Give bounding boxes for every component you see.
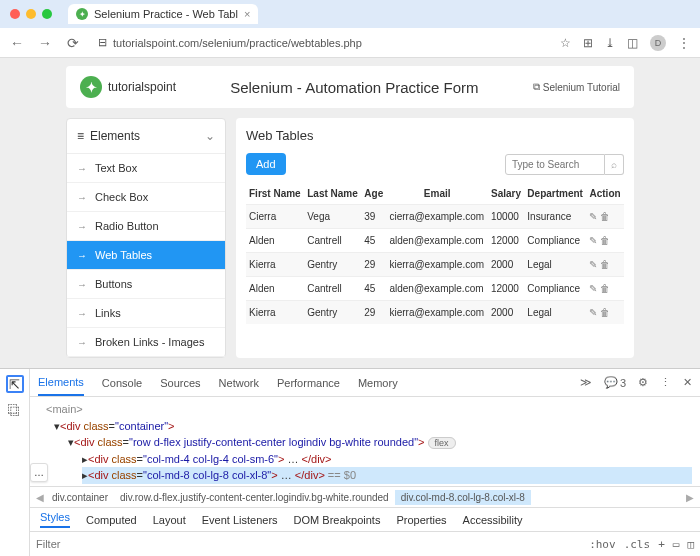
computed-tab[interactable]: Computed — [86, 514, 137, 526]
arrow-right-icon: → — [77, 192, 87, 203]
dombreak-tab[interactable]: DOM Breakpoints — [294, 514, 381, 526]
delete-icon[interactable]: 🗑 — [600, 235, 610, 246]
listeners-tab[interactable]: Event Listeners — [202, 514, 278, 526]
arrow-right-icon: → — [77, 279, 87, 290]
tab-performance[interactable]: Performance — [277, 371, 340, 395]
inspect-icon[interactable]: ⇱ — [6, 375, 24, 393]
col-first: First Name — [246, 183, 304, 205]
sidebar-item-broken[interactable]: →Broken Links - Images — [67, 328, 225, 357]
search-icon: ⌕ — [611, 159, 617, 170]
filter-input[interactable] — [36, 538, 581, 550]
logo-text: tutorialspoint — [108, 80, 176, 94]
tab-sources[interactable]: Sources — [160, 371, 200, 395]
menu-icon[interactable]: ⋮ — [678, 36, 690, 50]
table-row: AldenCantrell45alden@example.com12000Com… — [246, 277, 624, 301]
tab-elements[interactable]: Elements — [38, 370, 84, 396]
external-link-icon: ⧉ — [533, 81, 540, 93]
tutorial-link[interactable]: ⧉ Selenium Tutorial — [533, 81, 620, 93]
more-tabs-icon[interactable]: ≫ — [580, 376, 592, 389]
sidebar-item-radio[interactable]: →Radio Button — [67, 212, 225, 241]
col-salary: Salary — [488, 183, 524, 205]
device-icon[interactable]: ⿻ — [6, 401, 24, 419]
browser-toolbar: ← → ⟳ ⊟ tutorialspoint.com/selenium/prac… — [0, 28, 700, 58]
delete-icon[interactable]: 🗑 — [600, 259, 610, 270]
browser-tab[interactable]: ✦ Selenium Practice - Web Tabl × — [68, 4, 258, 24]
crumb[interactable]: div.row.d-flex.justify-content-center.lo… — [114, 490, 395, 505]
search-button[interactable]: ⌕ — [605, 154, 624, 175]
sidebar-item-checkbox[interactable]: →Check Box — [67, 183, 225, 212]
crumb-right-icon[interactable]: ▶ — [684, 492, 696, 503]
table-row: KierraGentry29kierra@example.com2000Lega… — [246, 301, 624, 325]
menu-icon: ≡ — [77, 129, 84, 143]
page-content: ✦ tutorialspoint Selenium - Automation P… — [0, 58, 700, 368]
new-style-icon[interactable]: + — [658, 538, 665, 551]
sidebar-item-webtables[interactable]: →Web Tables — [67, 241, 225, 270]
table-row: KierraGentry29kierra@example.com2000Lega… — [246, 253, 624, 277]
edit-icon[interactable]: ✎ — [589, 307, 597, 318]
minimize-window-icon[interactable] — [26, 9, 36, 19]
arrow-right-icon: → — [77, 221, 87, 232]
reload-icon[interactable]: ⟳ — [66, 36, 80, 50]
delete-icon[interactable]: 🗑 — [600, 307, 610, 318]
add-button[interactable]: Add — [246, 153, 286, 175]
forward-icon[interactable]: → — [38, 36, 52, 50]
cls-toggle[interactable]: .cls — [624, 538, 651, 551]
overlay-menu[interactable]: … — [30, 463, 48, 482]
crumb[interactable]: div.container — [46, 490, 114, 505]
chevron-down-icon: ⌄ — [205, 129, 215, 143]
styles-tab[interactable]: Styles — [40, 511, 70, 528]
crumb-left-icon[interactable]: ◀ — [34, 492, 46, 503]
download-icon[interactable]: ⤓ — [605, 36, 615, 50]
panel-toggle-icon[interactable]: ◫ — [687, 538, 694, 551]
sidebar-item-textbox[interactable]: →Text Box — [67, 154, 225, 183]
search-input[interactable] — [505, 154, 605, 175]
edit-icon[interactable]: ✎ — [589, 211, 597, 222]
site-info-icon[interactable]: ⊟ — [98, 36, 107, 49]
logo[interactable]: ✦ tutorialspoint — [80, 76, 176, 98]
delete-icon[interactable]: 🗑 — [600, 283, 610, 294]
issues-badge[interactable]: 💬3 — [604, 376, 626, 389]
maximize-window-icon[interactable] — [42, 9, 52, 19]
panel-icon[interactable]: ◫ — [627, 36, 638, 50]
settings-icon[interactable]: ⚙ — [638, 376, 648, 389]
close-icon[interactable]: ✕ — [683, 376, 692, 389]
profile-icon[interactable]: D — [650, 35, 666, 51]
sidebar-item-links[interactable]: →Links — [67, 299, 225, 328]
data-table: First Name Last Name Age Email Salary De… — [246, 183, 624, 324]
props-tab[interactable]: Properties — [396, 514, 446, 526]
extensions-icon[interactable]: ⊞ — [583, 36, 593, 50]
tab-title: Selenium Practice - Web Tabl — [94, 8, 238, 20]
star-icon[interactable]: ☆ — [560, 36, 571, 50]
edit-icon[interactable]: ✎ — [589, 235, 597, 246]
a11y-tab[interactable]: Accessibility — [463, 514, 523, 526]
dom-tree[interactable]: <main> ▾<div class="container"> ▾<div cl… — [30, 397, 700, 486]
delete-icon[interactable]: 🗑 — [600, 211, 610, 222]
traffic-lights — [10, 9, 52, 19]
tab-console[interactable]: Console — [102, 371, 142, 395]
sidebar-header[interactable]: ≡Elements ⌄ — [67, 119, 225, 154]
devtools-tabs: Elements Console Sources Network Perform… — [30, 369, 700, 397]
hov-toggle[interactable]: :hov — [589, 538, 616, 551]
tab-network[interactable]: Network — [219, 371, 259, 395]
close-window-icon[interactable] — [10, 9, 20, 19]
edit-icon[interactable]: ✎ — [589, 259, 597, 270]
table-row: AldenCantrell45alden@example.com12000Com… — [246, 229, 624, 253]
col-email: Email — [386, 183, 488, 205]
edit-icon[interactable]: ✎ — [589, 283, 597, 294]
kebab-icon[interactable]: ⋮ — [660, 376, 671, 389]
layout-icon[interactable]: ▭ — [673, 538, 680, 551]
back-icon[interactable]: ← — [10, 36, 24, 50]
col-age: Age — [361, 183, 386, 205]
main-title: Web Tables — [246, 128, 624, 143]
col-dept: Department — [524, 183, 586, 205]
url-text: tutorialspoint.com/selenium/practice/web… — [113, 37, 362, 49]
sidebar-item-buttons[interactable]: →Buttons — [67, 270, 225, 299]
browser-chrome: ✦ Selenium Practice - Web Tabl × — [0, 0, 700, 28]
main-panel: Web Tables Add ⌕ First Name Last Name Ag… — [236, 118, 634, 358]
url-bar[interactable]: ⊟ tutorialspoint.com/selenium/practice/w… — [94, 32, 546, 53]
tab-memory[interactable]: Memory — [358, 371, 398, 395]
close-tab-icon[interactable]: × — [244, 8, 250, 20]
layout-tab[interactable]: Layout — [153, 514, 186, 526]
crumb-selected[interactable]: div.col-md-8.col-lg-8.col-xl-8 — [395, 490, 531, 505]
page-header: ✦ tutorialspoint Selenium - Automation P… — [66, 66, 634, 108]
